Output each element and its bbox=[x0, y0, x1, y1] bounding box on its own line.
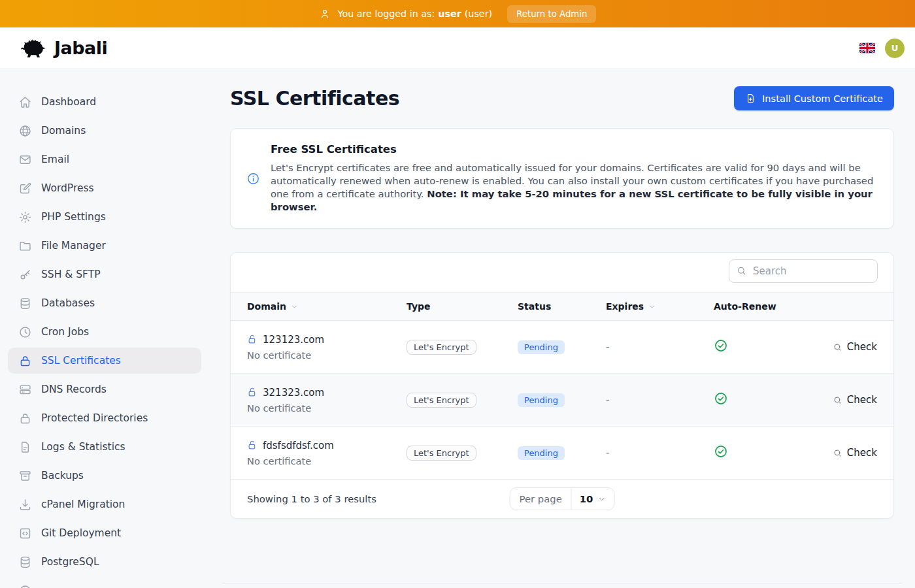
check-button-label: Check bbox=[847, 447, 877, 459]
pencil-square-icon bbox=[18, 182, 32, 195]
sidebar-item-logs-statistics[interactable]: Logs & Statistics bbox=[8, 434, 201, 460]
table-pagination: Showing 1 to 3 of 3 results Per page 10 bbox=[231, 480, 893, 518]
sidebar-item-dns-records[interactable]: DNS Records bbox=[8, 376, 201, 402]
sidebar-item-label: Databases bbox=[41, 297, 95, 309]
certificate-subtext: No certificate bbox=[247, 402, 407, 414]
sidebar-item-postgresql[interactable]: PostgreSQL bbox=[8, 549, 201, 575]
column-header-expires[interactable]: Expires bbox=[606, 301, 714, 312]
type-badge: Let's Encrypt bbox=[407, 446, 476, 461]
database-icon bbox=[18, 555, 32, 569]
sidebar-item-partial[interactable] bbox=[8, 578, 201, 588]
sidebar-item-php-settings[interactable]: PHP Settings bbox=[8, 204, 201, 230]
sidebar-item-label: File Manager bbox=[41, 240, 106, 252]
sidebar-item-label: Logs & Statistics bbox=[41, 441, 125, 453]
mail-icon bbox=[18, 153, 32, 167]
certificate-subtext: No certificate bbox=[247, 350, 407, 361]
sidebar-item-cron-jobs[interactable]: Cron Jobs bbox=[8, 319, 201, 345]
table-header-row: DomainTypeStatusExpiresAuto-Renew bbox=[231, 292, 893, 321]
domain-name: 123123.com bbox=[263, 334, 324, 346]
column-label: Auto-Renew bbox=[714, 301, 776, 312]
sidebar-item-protected-directories[interactable]: Protected Directories bbox=[8, 405, 201, 431]
sidebar-item-label: Protected Directories bbox=[41, 412, 148, 424]
key-icon bbox=[18, 268, 32, 282]
cog-icon bbox=[18, 210, 32, 224]
check-certificate-button[interactable]: Check bbox=[833, 447, 877, 459]
column-header-domain[interactable]: Domain bbox=[247, 301, 407, 312]
user-avatar[interactable]: U bbox=[885, 39, 905, 58]
type-badge: Let's Encrypt bbox=[407, 393, 476, 408]
table-row: fdsfsdfdsf.com No certificate Let's Encr… bbox=[231, 427, 893, 480]
download-icon bbox=[18, 498, 32, 512]
sidebar-item-file-manager[interactable]: File Manager bbox=[8, 233, 201, 259]
impersonation-username: user bbox=[438, 8, 461, 19]
table-row: 123123.com No certificate Let's Encrypt … bbox=[231, 321, 893, 374]
sidebar-nav: Dashboard Domains Email WordPress PHP Se… bbox=[0, 69, 209, 588]
impersonation-message: You are logged in as: user (user) bbox=[338, 8, 493, 19]
sidebar-item-ssh-sftp[interactable]: SSH & SFTP bbox=[8, 261, 201, 287]
sidebar-item-wordpress[interactable]: WordPress bbox=[8, 175, 201, 201]
page-title: SSL Certificates bbox=[230, 87, 399, 110]
brand-logo[interactable]: Jabali bbox=[20, 38, 107, 58]
sort-chevron-icon bbox=[648, 302, 656, 311]
sidebar-item-databases[interactable]: Databases bbox=[8, 290, 201, 316]
column-label: Expires bbox=[606, 301, 644, 312]
sidebar-item-label: SSH & SFTP bbox=[41, 269, 101, 280]
return-to-admin-button[interactable]: Return to Admin bbox=[507, 5, 596, 23]
auto-renew-enabled-icon bbox=[714, 444, 728, 459]
domain-name: 321323.com bbox=[263, 387, 324, 399]
sidebar-item-label: Dashboard bbox=[41, 96, 96, 108]
info-title: Free SSL Certificates bbox=[271, 143, 878, 155]
sidebar-item-label: Domains bbox=[41, 125, 86, 137]
expires-value: - bbox=[606, 394, 714, 406]
sidebar-item-label: Email bbox=[41, 154, 69, 165]
unlock-icon bbox=[247, 440, 258, 451]
sidebar-item-git-deployment[interactable]: Git Deployment bbox=[8, 520, 201, 546]
column-header-auto-renew: Auto-Renew bbox=[714, 301, 825, 312]
sidebar-item-domains[interactable]: Domains bbox=[8, 118, 201, 144]
language-flag-button[interactable] bbox=[859, 42, 875, 54]
sort-chevron-icon bbox=[290, 302, 299, 311]
circle-icon bbox=[18, 584, 32, 588]
unlock-icon bbox=[247, 387, 258, 398]
certificate-subtext: No certificate bbox=[247, 455, 407, 466]
sidebar-item-ssl-certificates[interactable]: SSL Certificates bbox=[8, 348, 201, 374]
auto-renew-enabled-icon bbox=[714, 391, 728, 406]
status-badge: Pending bbox=[518, 393, 565, 407]
table-body: 123123.com No certificate Let's Encrypt … bbox=[231, 321, 893, 480]
sidebar-item-cpanel-migration[interactable]: cPanel Migration bbox=[8, 491, 201, 517]
table-row: 321323.com No certificate Let's Encrypt … bbox=[231, 374, 893, 427]
folder-icon bbox=[18, 239, 32, 253]
code-icon bbox=[18, 527, 32, 540]
sidebar-item-email[interactable]: Email bbox=[8, 146, 201, 172]
search-icon bbox=[833, 395, 842, 405]
sidebar-item-label: Git Deployment bbox=[41, 527, 121, 539]
sidebar-item-backups[interactable]: Backups bbox=[8, 463, 201, 489]
column-label: Type bbox=[407, 301, 431, 312]
check-button-label: Check bbox=[847, 341, 877, 353]
globe-icon bbox=[18, 124, 32, 138]
auto-renew-enabled-icon bbox=[714, 338, 728, 353]
sidebar-item-dashboard[interactable]: Dashboard bbox=[8, 89, 201, 115]
search-input[interactable] bbox=[729, 259, 878, 283]
sidebar-item-label: cPanel Migration bbox=[41, 498, 125, 510]
check-certificate-button[interactable]: Check bbox=[833, 341, 877, 353]
per-page-value: 10 bbox=[580, 493, 593, 504]
column-header-type: Type bbox=[407, 301, 518, 312]
install-custom-certificate-button[interactable]: Install Custom Certificate bbox=[734, 86, 894, 110]
sidebar-item-label: PHP Settings bbox=[41, 211, 106, 223]
search-icon bbox=[833, 342, 842, 352]
sidebar-item-label: Cron Jobs bbox=[41, 326, 89, 338]
database-icon bbox=[18, 297, 32, 310]
page-footer: Jabali Panel GitHub · © 2026 Jabali v0.9… bbox=[222, 583, 902, 588]
per-page-select[interactable]: Per page 10 bbox=[510, 487, 615, 510]
check-certificate-button[interactable]: Check bbox=[833, 394, 877, 406]
status-badge: Pending bbox=[518, 340, 565, 354]
app-header: Jabali U bbox=[0, 27, 915, 69]
column-label: Status bbox=[518, 301, 551, 312]
column-label: Domain bbox=[247, 301, 286, 312]
search-icon bbox=[833, 448, 842, 458]
impersonation-bar: You are logged in as: user (user) Return… bbox=[0, 0, 915, 27]
search-icon bbox=[736, 265, 747, 276]
unlock-icon bbox=[247, 334, 258, 345]
brand-name: Jabali bbox=[54, 38, 107, 58]
